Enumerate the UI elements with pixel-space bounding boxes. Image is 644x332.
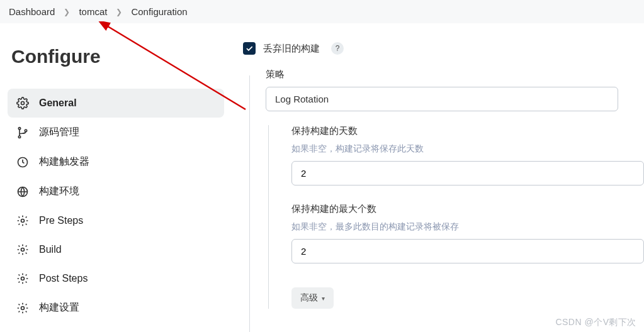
sidebar-item-pre-steps[interactable]: Pre Steps xyxy=(8,206,224,235)
main-content: 丢弃旧的构建 ? 策略 Log Rotation 保持构建的天数 如果非空，构建… xyxy=(232,23,644,329)
sidebar-item-post-steps[interactable]: Post Steps xyxy=(8,264,224,293)
sidebar-item-label: 构建环境 xyxy=(39,185,79,198)
gear-icon xyxy=(16,302,29,314)
advanced-button[interactable]: 高级 ▾ xyxy=(291,287,334,309)
breadcrumb-dashboard[interactable]: Dashboard xyxy=(9,6,55,17)
clock-icon xyxy=(16,156,29,169)
svg-point-3 xyxy=(25,130,26,131)
svg-point-2 xyxy=(18,136,20,138)
page-title: Configure xyxy=(11,46,224,67)
sidebar-item-environment[interactable]: 构建环境 xyxy=(8,177,224,206)
breadcrumb-configuration[interactable]: Configuration xyxy=(131,6,187,17)
max-to-keep-label: 保持构建的最大个数 xyxy=(291,203,644,215)
sidebar-item-scm[interactable]: 源码管理 xyxy=(8,118,224,147)
sidebar-item-triggers[interactable]: 构建触发器 xyxy=(8,147,224,177)
chevron-right-icon: ❯ xyxy=(116,8,122,16)
breadcrumb: Dashboard ❯ tomcat ❯ Configuration xyxy=(0,0,644,23)
svg-point-7 xyxy=(21,248,25,252)
sidebar-item-label: Post Steps xyxy=(39,273,88,284)
sidebar: Configure General 源码管理 构建触发器 构建环境 Pre St… xyxy=(0,23,232,329)
sidebar-item-label: 源码管理 xyxy=(39,126,79,139)
branch-icon xyxy=(16,126,29,139)
discard-old-builds-checkbox[interactable] xyxy=(243,42,256,55)
svg-point-6 xyxy=(21,219,25,223)
days-to-keep-label: 保持构建的天数 xyxy=(291,125,644,137)
sidebar-item-general[interactable]: General xyxy=(8,89,224,118)
gear-icon xyxy=(16,97,29,109)
sidebar-item-label: Pre Steps xyxy=(39,215,83,226)
sidebar-item-build[interactable]: Build xyxy=(8,235,224,264)
sidebar-item-label: 构建设置 xyxy=(39,301,79,314)
advanced-label: 高级 xyxy=(300,292,318,304)
max-to-keep-hint: 如果非空，最多此数目的构建记录将被保存 xyxy=(291,221,644,233)
chevron-down-icon: ▾ xyxy=(322,295,325,302)
chevron-right-icon: ❯ xyxy=(64,8,70,16)
globe-icon xyxy=(16,185,29,198)
sidebar-item-label: General xyxy=(39,97,77,109)
strategy-select[interactable]: Log Rotation xyxy=(266,87,618,111)
gear-icon xyxy=(16,214,29,227)
sidebar-item-build-settings[interactable]: 构建设置 xyxy=(8,293,224,323)
svg-point-1 xyxy=(18,127,20,129)
gear-icon xyxy=(16,243,29,256)
days-to-keep-input[interactable] xyxy=(291,161,644,185)
svg-point-9 xyxy=(21,306,25,309)
svg-point-8 xyxy=(21,277,25,280)
strategy-label: 策略 xyxy=(266,69,644,80)
discard-old-builds-label: 丢弃旧的构建 xyxy=(263,43,320,55)
help-icon[interactable]: ? xyxy=(331,42,344,55)
sidebar-item-label: Build xyxy=(39,244,62,255)
max-to-keep-input[interactable] xyxy=(291,239,644,263)
gear-icon xyxy=(16,272,29,285)
sidebar-item-label: 构建触发器 xyxy=(39,155,89,169)
days-to-keep-hint: 如果非空，构建记录将保存此天数 xyxy=(291,143,644,155)
breadcrumb-tomcat[interactable]: tomcat xyxy=(79,6,107,17)
svg-point-0 xyxy=(21,102,25,105)
